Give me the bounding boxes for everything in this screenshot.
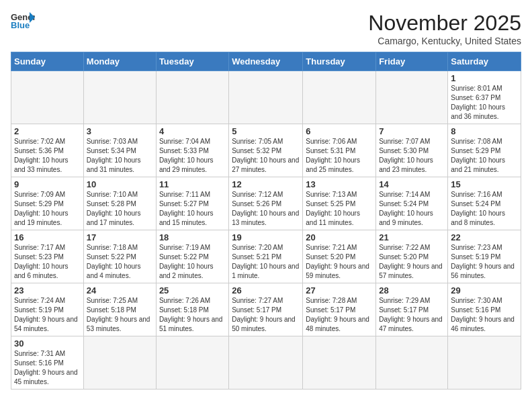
day-info: Sunrise: 7:19 AM Sunset: 5:22 PM Dayligh… (159, 243, 226, 281)
day-number: 15 (451, 179, 518, 189)
day-info: Sunrise: 7:03 AM Sunset: 5:34 PM Dayligh… (87, 137, 153, 175)
col-header-tuesday: Tuesday (156, 52, 228, 71)
title-block: November 2025 Camargo, Kentucky, United … (368, 11, 521, 46)
calendar-cell: 24Sunrise: 7:25 AM Sunset: 5:18 PM Dayli… (83, 283, 156, 336)
day-info: Sunrise: 7:29 AM Sunset: 5:17 PM Dayligh… (379, 296, 445, 334)
day-number: 18 (159, 232, 226, 242)
calendar-cell: 28Sunrise: 7:29 AM Sunset: 5:17 PM Dayli… (376, 283, 448, 336)
logo: General Blue (11, 11, 35, 31)
calendar-cell: 16Sunrise: 7:17 AM Sunset: 5:23 PM Dayli… (11, 230, 84, 283)
day-number: 7 (379, 126, 445, 136)
calendar-cell: 18Sunrise: 7:19 AM Sunset: 5:22 PM Dayli… (156, 230, 228, 283)
location: Camargo, Kentucky, United States (368, 36, 521, 46)
day-number: 25 (159, 285, 226, 295)
day-info: Sunrise: 7:24 AM Sunset: 5:19 PM Dayligh… (14, 296, 81, 334)
calendar-cell (11, 71, 84, 124)
day-info: Sunrise: 7:28 AM Sunset: 5:17 PM Dayligh… (306, 296, 373, 334)
calendar-cell (303, 71, 376, 124)
day-number: 24 (87, 285, 153, 295)
week-row-5: 30Sunrise: 7:31 AM Sunset: 5:16 PM Dayli… (11, 336, 521, 390)
calendar-cell: 21Sunrise: 7:22 AM Sunset: 5:20 PM Dayli… (376, 230, 448, 283)
calendar-cell: 29Sunrise: 7:30 AM Sunset: 5:16 PM Dayli… (448, 283, 521, 336)
day-number: 20 (306, 232, 373, 242)
day-info: Sunrise: 7:16 AM Sunset: 5:24 PM Dayligh… (451, 190, 518, 228)
calendar-cell: 3Sunrise: 7:03 AM Sunset: 5:34 PM Daylig… (83, 124, 156, 177)
day-info: Sunrise: 7:21 AM Sunset: 5:20 PM Dayligh… (306, 243, 373, 281)
day-number: 6 (306, 126, 373, 136)
day-number: 5 (232, 126, 300, 136)
day-info: Sunrise: 7:13 AM Sunset: 5:25 PM Dayligh… (306, 190, 373, 228)
day-info: Sunrise: 7:09 AM Sunset: 5:29 PM Dayligh… (14, 190, 81, 228)
calendar-cell (376, 71, 448, 124)
col-header-thursday: Thursday (303, 52, 376, 71)
calendar-header-row: SundayMondayTuesdayWednesdayThursdayFrid… (11, 52, 521, 71)
calendar-cell (83, 71, 156, 124)
svg-text:Blue: Blue (11, 20, 30, 30)
week-row-4: 23Sunrise: 7:24 AM Sunset: 5:19 PM Dayli… (11, 283, 521, 336)
week-row-1: 2Sunrise: 7:02 AM Sunset: 5:36 PM Daylig… (11, 124, 521, 177)
day-info: Sunrise: 7:31 AM Sunset: 5:16 PM Dayligh… (14, 349, 81, 387)
calendar-cell: 7Sunrise: 7:07 AM Sunset: 5:30 PM Daylig… (376, 124, 448, 177)
calendar-cell: 5Sunrise: 7:05 AM Sunset: 5:32 PM Daylig… (229, 124, 303, 177)
day-number: 26 (232, 285, 300, 295)
day-number: 28 (379, 285, 445, 295)
calendar-cell: 27Sunrise: 7:28 AM Sunset: 5:17 PM Dayli… (303, 283, 376, 336)
calendar-cell: 26Sunrise: 7:27 AM Sunset: 5:17 PM Dayli… (229, 283, 303, 336)
calendar-cell: 1Sunrise: 8:01 AM Sunset: 6:37 PM Daylig… (448, 71, 521, 124)
calendar-cell (156, 336, 228, 390)
day-info: Sunrise: 7:25 AM Sunset: 5:18 PM Dayligh… (87, 296, 153, 334)
day-info: Sunrise: 7:22 AM Sunset: 5:20 PM Dayligh… (379, 243, 445, 281)
calendar-cell: 13Sunrise: 7:13 AM Sunset: 5:25 PM Dayli… (303, 177, 376, 230)
day-number: 13 (306, 179, 373, 189)
calendar-cell: 25Sunrise: 7:26 AM Sunset: 5:18 PM Dayli… (156, 283, 228, 336)
day-info: Sunrise: 7:17 AM Sunset: 5:23 PM Dayligh… (14, 243, 81, 281)
day-number: 16 (14, 232, 81, 242)
calendar-cell: 12Sunrise: 7:12 AM Sunset: 5:26 PM Dayli… (229, 177, 303, 230)
day-number: 14 (379, 179, 445, 189)
week-row-0: 1Sunrise: 8:01 AM Sunset: 6:37 PM Daylig… (11, 71, 521, 124)
calendar-cell: 8Sunrise: 7:08 AM Sunset: 5:29 PM Daylig… (448, 124, 521, 177)
page-header: General Blue November 2025 Camargo, Kent… (11, 11, 521, 46)
calendar-cell (448, 336, 521, 390)
calendar-cell: 23Sunrise: 7:24 AM Sunset: 5:19 PM Dayli… (11, 283, 84, 336)
day-number: 29 (451, 285, 518, 295)
day-info: Sunrise: 7:07 AM Sunset: 5:30 PM Dayligh… (379, 137, 445, 175)
day-info: Sunrise: 7:30 AM Sunset: 5:16 PM Dayligh… (451, 296, 518, 334)
logo-icon: General Blue (11, 11, 35, 31)
calendar-cell: 14Sunrise: 7:14 AM Sunset: 5:24 PM Dayli… (376, 177, 448, 230)
day-info: Sunrise: 7:14 AM Sunset: 5:24 PM Dayligh… (379, 190, 445, 228)
calendar-cell (376, 336, 448, 390)
calendar-cell: 22Sunrise: 7:23 AM Sunset: 5:19 PM Dayli… (448, 230, 521, 283)
day-info: Sunrise: 7:05 AM Sunset: 5:32 PM Dayligh… (232, 137, 300, 175)
calendar-cell: 9Sunrise: 7:09 AM Sunset: 5:29 PM Daylig… (11, 177, 84, 230)
week-row-2: 9Sunrise: 7:09 AM Sunset: 5:29 PM Daylig… (11, 177, 521, 230)
day-info: Sunrise: 7:02 AM Sunset: 5:36 PM Dayligh… (14, 137, 81, 175)
calendar-cell: 10Sunrise: 7:10 AM Sunset: 5:28 PM Dayli… (83, 177, 156, 230)
col-header-sunday: Sunday (11, 52, 84, 71)
calendar-cell (229, 336, 303, 390)
day-number: 21 (379, 232, 445, 242)
day-number: 11 (159, 179, 226, 189)
calendar-cell (229, 71, 303, 124)
calendar-cell (83, 336, 156, 390)
calendar-cell: 6Sunrise: 7:06 AM Sunset: 5:31 PM Daylig… (303, 124, 376, 177)
day-number: 19 (232, 232, 300, 242)
day-number: 10 (87, 179, 153, 189)
day-number: 17 (87, 232, 153, 242)
day-number: 8 (451, 126, 518, 136)
day-info: Sunrise: 7:04 AM Sunset: 5:33 PM Dayligh… (159, 137, 226, 175)
day-number: 12 (232, 179, 300, 189)
day-info: Sunrise: 7:23 AM Sunset: 5:19 PM Dayligh… (451, 243, 518, 281)
day-number: 4 (159, 126, 226, 136)
day-number: 1 (451, 73, 518, 83)
day-number: 22 (451, 232, 518, 242)
day-info: Sunrise: 7:06 AM Sunset: 5:31 PM Dayligh… (306, 137, 373, 175)
day-info: Sunrise: 7:12 AM Sunset: 5:26 PM Dayligh… (232, 190, 300, 228)
month-title: November 2025 (368, 11, 521, 36)
day-number: 27 (306, 285, 373, 295)
day-info: Sunrise: 7:11 AM Sunset: 5:27 PM Dayligh… (159, 190, 226, 228)
day-info: Sunrise: 7:27 AM Sunset: 5:17 PM Dayligh… (232, 296, 300, 334)
day-number: 2 (14, 126, 81, 136)
day-number: 23 (14, 285, 81, 295)
calendar-cell: 30Sunrise: 7:31 AM Sunset: 5:16 PM Dayli… (11, 336, 84, 390)
